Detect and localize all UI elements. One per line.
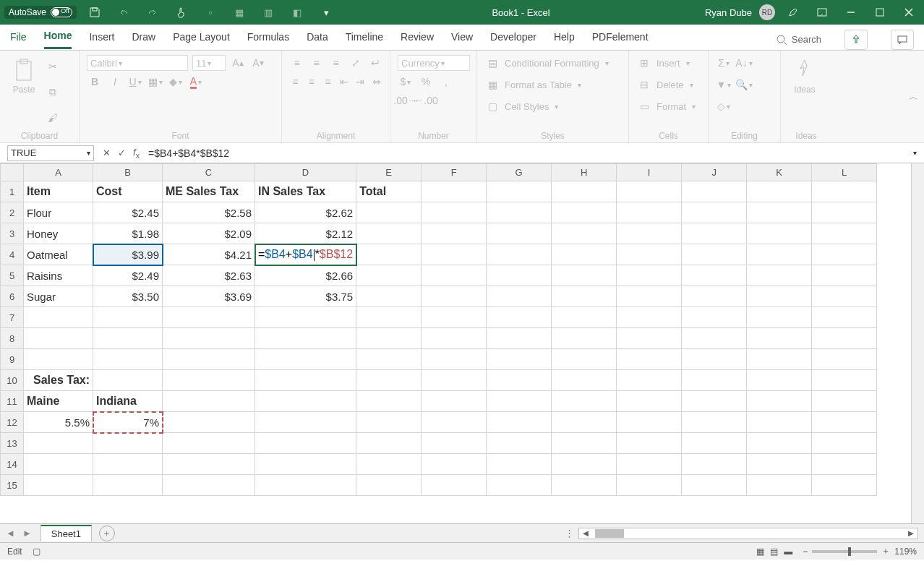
cell-I3[interactable] [617,223,682,244]
cell-G1[interactable] [487,181,552,202]
cell-D2[interactable]: $2.62 [255,202,356,223]
cell-I1[interactable] [617,181,682,202]
col-header-C[interactable]: C [163,164,255,181]
cell-D6[interactable]: $3.75 [255,286,356,307]
cell-J5[interactable] [682,265,747,286]
cell-A4[interactable]: Oatmeal [24,244,93,265]
cell-G11[interactable] [487,391,552,412]
cell-L5[interactable] [812,265,877,286]
underline-icon[interactable]: U▾ [127,74,143,90]
cell-I11[interactable] [617,391,682,412]
cell-F11[interactable] [422,391,487,412]
cell-L4[interactable] [812,244,877,265]
insert-cells-button[interactable]: ⊞Insert▾ [636,55,701,71]
cell-G6[interactable] [487,286,552,307]
align-right-icon[interactable]: ≡ [322,74,334,90]
cell-J2[interactable] [682,202,747,223]
cell-J11[interactable] [682,391,747,412]
find-icon[interactable]: 🔍▾ [736,77,752,93]
number-format-select[interactable]: Currency▾ [398,55,470,71]
spreadsheet-grid[interactable]: ABCDEFGHIJKL1ItemCostME Sales TaxIN Sale… [0,163,911,523]
cell-I12[interactable] [617,412,682,433]
row-header-8[interactable]: 8 [1,328,24,349]
sheet-nav-prev-icon[interactable]: ◄ [6,528,15,539]
cell-H12[interactable] [552,412,617,433]
cell-F3[interactable] [422,223,487,244]
zoom-out-icon[interactable]: − [803,546,808,557]
pen-icon[interactable] [782,1,804,23]
format-painter-icon[interactable]: 🖌 [45,110,61,126]
cell-K15[interactable] [747,475,812,496]
cell-B15[interactable] [93,475,163,496]
cell-F5[interactable] [422,265,487,286]
tab-insert[interactable]: Insert [89,31,114,48]
fill-icon[interactable]: ▼▾ [716,77,732,93]
col-header-A[interactable]: A [24,164,93,181]
share-button[interactable] [844,30,868,50]
cell-E10[interactable] [356,370,422,391]
decrease-font-icon[interactable]: A▾ [250,55,266,71]
cell-D8[interactable] [255,328,356,349]
fx-icon[interactable]: fx [133,147,140,160]
cell-G9[interactable] [487,349,552,370]
cell-E11[interactable] [356,391,422,412]
cell-A10[interactable]: Sales Tax: [24,370,93,391]
cell-G10[interactable] [487,370,552,391]
cell-J15[interactable] [682,475,747,496]
cell-H10[interactable] [552,370,617,391]
cell-E5[interactable] [356,265,422,286]
cell-I13[interactable] [617,433,682,454]
cell-G14[interactable] [487,454,552,475]
redo-icon[interactable] [142,1,163,23]
cell-L10[interactable] [812,370,877,391]
cell-B12[interactable]: 7% [93,412,163,433]
zoom-in-icon[interactable]: ＋ [881,545,890,557]
cell-A8[interactable] [24,328,93,349]
cell-K14[interactable] [747,454,812,475]
formula-input[interactable]: =$B4+$B4*$B$12 [148,147,912,159]
cell-K1[interactable] [747,181,812,202]
cancel-formula-icon[interactable]: ✕ [103,147,111,158]
cell-F2[interactable] [422,202,487,223]
cell-C7[interactable] [163,307,255,328]
tab-review[interactable]: Review [401,31,434,48]
cell-I5[interactable] [617,265,682,286]
row-header-9[interactable]: 9 [1,349,24,370]
increase-indent-icon[interactable]: ⇥ [354,74,367,90]
cell-K6[interactable] [747,286,812,307]
close-icon[interactable] [898,1,920,23]
macro-record-icon[interactable]: ▢ [33,546,40,557]
col-header-B[interactable]: B [93,164,163,181]
cell-I6[interactable] [617,286,682,307]
row-header-12[interactable]: 12 [1,412,24,433]
cell-E13[interactable] [356,433,422,454]
cell-I9[interactable] [617,349,682,370]
cell-J3[interactable] [682,223,747,244]
cell-G2[interactable] [487,202,552,223]
collapse-ribbon-icon[interactable]: ︿ [902,51,924,142]
tab-data[interactable]: Data [307,31,328,48]
decrease-indent-icon[interactable]: ⇤ [338,74,351,90]
cell-L3[interactable] [812,223,877,244]
cell-E2[interactable] [356,202,422,223]
cell-K4[interactable] [747,244,812,265]
cell-B13[interactable] [93,433,163,454]
cell-G5[interactable] [487,265,552,286]
align-center-icon[interactable]: ≡ [306,74,318,90]
col-header-G[interactable]: G [487,164,552,181]
align-left-icon[interactable]: ≡ [289,74,301,90]
cell-A13[interactable] [24,433,93,454]
cell-C11[interactable] [163,391,255,412]
cell-I15[interactable] [617,475,682,496]
cell-J1[interactable] [682,181,747,202]
cell-J4[interactable] [682,244,747,265]
percent-icon[interactable]: % [418,74,434,90]
merge-center-icon[interactable]: ⇔ [371,74,383,90]
delete-cells-button[interactable]: ⊟Delete▾ [636,77,701,93]
tab-page-layout[interactable]: Page Layout [173,31,230,48]
undo-icon[interactable] [113,1,134,23]
sort-filter-icon[interactable]: A↓▾ [736,55,752,71]
align-bottom-icon[interactable]: ≡ [328,55,343,71]
cell-H7[interactable] [552,307,617,328]
cell-C6[interactable]: $3.69 [163,286,255,307]
